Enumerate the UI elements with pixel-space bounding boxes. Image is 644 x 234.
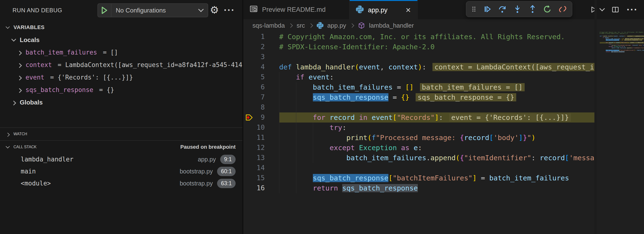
editor-actions: ···	[589, 0, 644, 19]
code-text: def lambda_handler(event, context):conte…	[279, 62, 594, 72]
step-out-icon[interactable]	[528, 4, 538, 14]
line-number: 4	[255, 62, 265, 72]
tab-label: Preview README.md	[262, 6, 326, 13]
chevron-right-icon	[11, 101, 16, 106]
start-debug-icon[interactable]	[98, 4, 112, 17]
line-number: 5	[255, 72, 265, 82]
more-actions-icon[interactable]: ···	[224, 3, 235, 17]
breadcrumb-file[interactable]: app.py	[327, 22, 346, 29]
call-stack-frame[interactable]: lambda_handlerapp.py9:1	[0, 153, 242, 165]
preview-icon	[250, 5, 258, 15]
code-line-1[interactable]: 1# Copyright Amazon.com, Inc. or its aff…	[243, 32, 594, 42]
gutter-glyph	[243, 143, 255, 153]
breadcrumb-folder[interactable]: sqs-lambda	[252, 22, 285, 29]
frame-position-badge: 9:1	[220, 155, 236, 164]
code-text: return sqs_batch_response	[279, 183, 594, 193]
breadcrumb-symbol[interactable]: lambda_handler	[369, 22, 414, 29]
continue-icon[interactable]	[482, 4, 492, 14]
variable-event[interactable]: event= {'Records': [{...}]}	[0, 71, 242, 84]
gutter-glyph	[243, 133, 255, 143]
frame-location: bootstrap.py60:1	[180, 167, 236, 176]
more-actions-icon[interactable]: ···	[627, 5, 638, 14]
gripper-icon[interactable]	[471, 4, 477, 14]
step-over-icon[interactable]	[498, 4, 507, 14]
python-icon	[356, 5, 364, 15]
tab-preview-readme[interactable]: Preview README.md	[243, 0, 350, 19]
gutter-glyph	[243, 163, 255, 173]
call-stack-section-header[interactable]: CALL STACK Paused on breakpoint	[0, 141, 242, 153]
breadcrumb-folder[interactable]: src	[296, 22, 305, 29]
editor-tab-bar: Preview README.md app.py ✕ ···	[243, 0, 644, 19]
variables-tree: Localsbatch_item_failures= []context= La…	[0, 34, 242, 109]
step-into-icon[interactable]	[512, 4, 522, 14]
frame-file: bootstrap.py	[180, 168, 213, 175]
code-text: sqs_batch_response["batchItemFailures"] …	[279, 173, 594, 183]
gutter-glyph	[243, 102, 255, 113]
debug-status-badge: Paused on breakpoint	[180, 144, 242, 150]
symbol-method-icon	[358, 22, 365, 29]
disconnect-icon[interactable]	[558, 4, 568, 14]
chevron-down-icon	[6, 25, 10, 29]
line-number: 12	[255, 143, 265, 153]
inline-debug-value: event = {'Records': [{...}]}	[449, 114, 571, 121]
code-line-2[interactable]: 2# SPDX-License-Identifier: Apache-2.0	[243, 42, 594, 52]
variables-section-header[interactable]: VARIABLES	[0, 21, 242, 34]
code-line-3[interactable]: 3	[243, 52, 594, 62]
close-icon[interactable]: ✕	[406, 6, 411, 14]
gutter-glyph	[243, 122, 255, 133]
gear-icon[interactable]: ⚙	[210, 3, 219, 17]
code-text: if event:	[279, 72, 594, 82]
variable-name: batch_item_failures	[26, 49, 97, 56]
frame-name: <module>	[21, 180, 51, 187]
tab-app-py[interactable]: app.py ✕	[350, 0, 418, 19]
minimap-shadow	[594, 0, 597, 234]
run-and-debug-sidebar: RUN AND DEBUG No Configurations ⚙ ··· VA…	[0, 0, 242, 234]
minimap-line: batch_item_failures.append({"itemIdentif…	[600, 47, 644, 49]
chevron-right-icon	[17, 51, 22, 55]
line-number: 2	[255, 42, 265, 52]
watch-section-header[interactable]: WATCH	[0, 127, 242, 141]
code-text: for record in event["Records"]:event = {…	[279, 113, 594, 122]
variables-scope-globals[interactable]: Globals	[0, 96, 242, 109]
gutter-glyph	[243, 72, 255, 82]
inline-debug-value: batch_item_failures = []	[420, 83, 525, 91]
split-editor-icon[interactable]	[611, 5, 620, 14]
variable-value: = LambdaContext([aws_request_id=a8fa412f…	[58, 61, 242, 68]
variable-sqs_batch_response[interactable]: sqs_batch_response= {}	[0, 84, 242, 96]
code-line-4[interactable]: 4def lambda_handler(event, context):cont…	[243, 62, 594, 72]
line-number: 13	[255, 153, 265, 163]
chevron-right-icon	[17, 63, 22, 68]
gutter-glyph	[243, 52, 255, 62]
variable-context[interactable]: context= LambdaContext([aws_request_id=a…	[0, 59, 242, 71]
sidebar-title: RUN AND DEBUG	[0, 7, 62, 14]
gutter-glyph	[243, 92, 255, 102]
line-number: 9	[255, 113, 265, 122]
line-number: 1	[255, 32, 265, 42]
variable-value: = {}	[99, 86, 114, 94]
code-text: except Exception as e:	[279, 143, 594, 153]
breakpoint-current-line-glyph[interactable]	[243, 113, 255, 122]
chevron-down-icon	[11, 37, 16, 42]
inline-debug-value: sqs_batch_response = {}	[416, 93, 516, 101]
gutter-glyph	[243, 32, 255, 42]
minimap-line: return sqs_batch_response	[600, 51, 644, 52]
frame-location: bootstrap.py63:1	[180, 179, 236, 188]
call-stack-frame[interactable]: <module>bootstrap.py63:1	[0, 177, 242, 189]
code-text	[279, 52, 594, 62]
code-editor[interactable]: 1# Copyright Amazon.com, Inc. or its aff…	[243, 32, 594, 234]
frame-position-badge: 63:1	[217, 179, 236, 188]
chevron-down-icon[interactable]	[600, 6, 605, 11]
variable-batch_item_failures[interactable]: batch_item_failures= []	[0, 46, 242, 59]
minimap[interactable]: # Copyright Amazon.com, Inc. or its affi…	[597, 32, 644, 234]
debug-configuration-dropdown[interactable]: No Configurations	[98, 3, 208, 17]
frame-name: main	[21, 168, 36, 175]
code-text: print(f"Processed message: {record['body…	[279, 133, 594, 143]
inline-debug-value: context = LambdaContext([aws_request_id=…	[432, 63, 594, 71]
variables-scope-locals[interactable]: Locals	[0, 34, 242, 46]
gutter-glyph	[243, 82, 255, 92]
code-line-5[interactable]: 5 if event:	[243, 72, 594, 82]
variables-section: VARIABLES Localsbatch_item_failures= []c…	[0, 21, 242, 109]
call-stack-frame[interactable]: mainbootstrap.py60:1	[0, 165, 242, 177]
restart-icon[interactable]	[543, 4, 552, 14]
minimap-lines: # Copyright Amazon.com, Inc. or its affi…	[600, 32, 644, 52]
